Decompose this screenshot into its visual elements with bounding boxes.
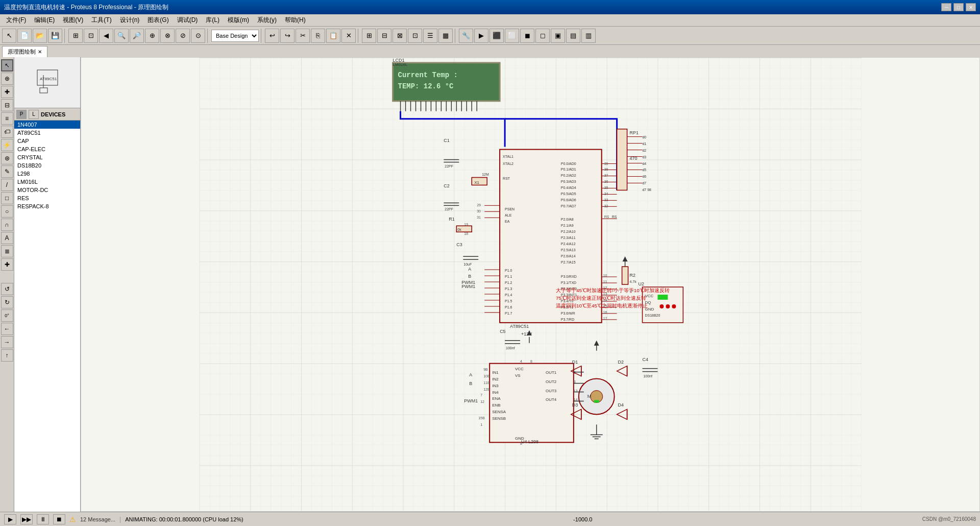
svg-text:C2: C2	[444, 183, 449, 188]
toolbar-zoom-full[interactable]: ⊙	[191, 29, 205, 43]
text-tool[interactable]: A	[1, 232, 13, 244]
minimize-button[interactable]: ─	[941, 3, 951, 11]
toolbar-open[interactable]: 📂	[33, 29, 47, 43]
nav-next[interactable]: →	[1, 336, 13, 348]
menu-item-n[interactable]: 设计(n)	[116, 15, 144, 26]
design-dropdown[interactable]: Base Design	[211, 30, 259, 42]
symbol-tool[interactable]: ≣	[1, 245, 13, 257]
marker-tool[interactable]: ✎	[1, 165, 13, 178]
maximize-button[interactable]: □	[953, 3, 964, 11]
toolbar-btn-extra2[interactable]: ⊟	[377, 29, 391, 43]
svg-text:M: M	[587, 394, 591, 399]
device-item-cap-elec[interactable]: CAP-ELEC	[14, 145, 80, 153]
toolbar-btn3[interactable]: ◀	[99, 29, 113, 43]
toolbar-btn-sim7[interactable]: ▤	[566, 29, 580, 43]
tab-schematic[interactable]: 原理图绘制 ✕	[2, 46, 47, 57]
svg-text:DS18B20: DS18B20	[645, 314, 660, 317]
tab-close-icon[interactable]: ✕	[38, 49, 42, 55]
toolbar-btn-sim2[interactable]: ⬛	[489, 29, 504, 43]
label-tool[interactable]: 🏷	[1, 126, 13, 138]
device-item-cap[interactable]: CAP	[14, 137, 80, 145]
toolbar-btn-sim5[interactable]: ◻	[535, 29, 550, 43]
toolbar-btn-sim8[interactable]: ▥	[581, 29, 596, 43]
mirror-tool[interactable]: ↻	[1, 296, 13, 308]
svg-text:100nf: 100nf	[644, 374, 653, 378]
svg-text:P0.7/AD7: P0.7/AD7	[561, 204, 576, 208]
menu-item-m[interactable]: 模版(m)	[224, 15, 253, 26]
mode-l-button[interactable]: L	[29, 110, 39, 119]
menu-item-h[interactable]: 帮助(H)	[281, 15, 310, 26]
toolbar-btn-sim4[interactable]: ◼	[520, 29, 534, 43]
device-item-motor-dc[interactable]: MOTOR-DC	[14, 186, 80, 194]
menu-item-t[interactable]: 工具(T)	[87, 15, 115, 26]
device-item-res[interactable]: RES	[14, 194, 80, 202]
junction-tool[interactable]: ✚	[1, 86, 13, 98]
schematic-canvas-area[interactable]: Current Temp : TEMP: 12.6 °C LCD1 LM016L	[81, 57, 980, 512]
step-forward-button[interactable]: ▶▶	[20, 514, 33, 524]
toolbar-zoom-out[interactable]: 🔎	[130, 29, 144, 43]
circle-tool[interactable]: ○	[1, 205, 13, 218]
bus-tool[interactable]: ≡	[1, 112, 13, 125]
toolbar-new[interactable]: 📄	[17, 29, 32, 43]
nav-up[interactable]: ↑	[1, 349, 13, 362]
nav-prev[interactable]: ←	[1, 323, 13, 335]
device-item-at89c51[interactable]: AT89C51	[14, 129, 80, 137]
device-item-l298[interactable]: L298	[14, 170, 80, 178]
menu-item-d[interactable]: 调试(D)	[173, 15, 202, 26]
svg-text:A: A	[469, 372, 472, 377]
toolbar-btn1[interactable]: ⊞	[68, 29, 83, 43]
menu-item-l[interactable]: 库(L)	[202, 15, 224, 26]
menu-item-e[interactable]: 编辑(E)	[30, 15, 59, 26]
device-item-ds18b20[interactable]: DS18B20	[14, 161, 80, 170]
rect-tool[interactable]: □	[1, 192, 13, 204]
play-button[interactable]: ▶	[4, 514, 16, 524]
menu-item-v[interactable]: 视图(V)	[59, 15, 87, 26]
svg-text:34: 34	[604, 192, 608, 196]
device-item-1n4007[interactable]: 1N4007	[14, 121, 80, 129]
component-tool[interactable]: ⊕	[1, 73, 13, 85]
rotate-tool[interactable]: ↺	[1, 283, 13, 295]
probe-tool[interactable]: ⊛	[1, 152, 13, 164]
toolbar-pointer[interactable]: ↖	[2, 29, 16, 43]
wire-tool[interactable]: ⊟	[1, 99, 13, 111]
toolbar-copy[interactable]: ⎘	[311, 29, 325, 43]
menu-item-y[interactable]: 系统(y)	[253, 15, 281, 26]
toolbar-btn-sim1[interactable]: ▶	[474, 29, 488, 43]
device-item-lm016l[interactable]: LM016L	[14, 178, 80, 186]
menu-item-f[interactable]: 文件(F)	[2, 15, 30, 26]
toolbar-btn-extra6[interactable]: ▦	[438, 29, 453, 43]
mode-p-button[interactable]: P	[16, 110, 27, 119]
toolbar-redo[interactable]: ↪	[280, 29, 295, 43]
toolbar-btn-sim3[interactable]: ⬜	[505, 29, 519, 43]
preview-schematic: AT89C51	[22, 60, 73, 106]
toolbar-btn-extra4[interactable]: ⊡	[408, 29, 422, 43]
toolbar-save[interactable]: 💾	[48, 29, 62, 43]
toolbar-zoom-area[interactable]: ⊕	[145, 29, 159, 43]
svg-text:d6: d6	[643, 175, 647, 178]
arc-tool[interactable]: ∩	[1, 219, 13, 231]
toolbar-btn2[interactable]: ⊡	[84, 29, 98, 43]
origin-tool[interactable]: ✚	[1, 258, 13, 271]
toolbar-component[interactable]: 🔧	[459, 29, 473, 43]
toolbar-btn-extra3[interactable]: ⊠	[393, 29, 407, 43]
toolbar-zoom-all[interactable]: ⊗	[160, 29, 175, 43]
toolbar-zoom-in[interactable]: 🔍	[114, 29, 129, 43]
svg-text:10B: 10B	[483, 374, 490, 378]
toolbar-cut[interactable]: ✂	[296, 29, 310, 43]
toolbar-delete[interactable]: ✕	[341, 29, 356, 43]
menu-item-g[interactable]: 图表(G)	[143, 15, 173, 26]
line-tool[interactable]: /	[1, 179, 13, 191]
device-item-crystal[interactable]: CRYSTAL	[14, 153, 80, 161]
toolbar-btn-extra5[interactable]: ☰	[423, 29, 437, 43]
power-tool[interactable]: ⚡	[1, 139, 13, 151]
toolbar-btn-sim6[interactable]: ▣	[551, 29, 565, 43]
stop-button[interactable]: ⏹	[53, 514, 65, 524]
toolbar-undo[interactable]: ↩	[265, 29, 279, 43]
pause-button[interactable]: ⏸	[37, 514, 49, 524]
toolbar-paste[interactable]: 📋	[326, 29, 340, 43]
select-tool[interactable]: ↖	[1, 59, 13, 71]
toolbar-zoom-sel[interactable]: ⊘	[176, 29, 190, 43]
device-item-respack-8[interactable]: RESPACK-8	[14, 202, 80, 210]
toolbar-btn-extra1[interactable]: ⊞	[362, 29, 376, 43]
close-button[interactable]: ✕	[966, 3, 976, 11]
